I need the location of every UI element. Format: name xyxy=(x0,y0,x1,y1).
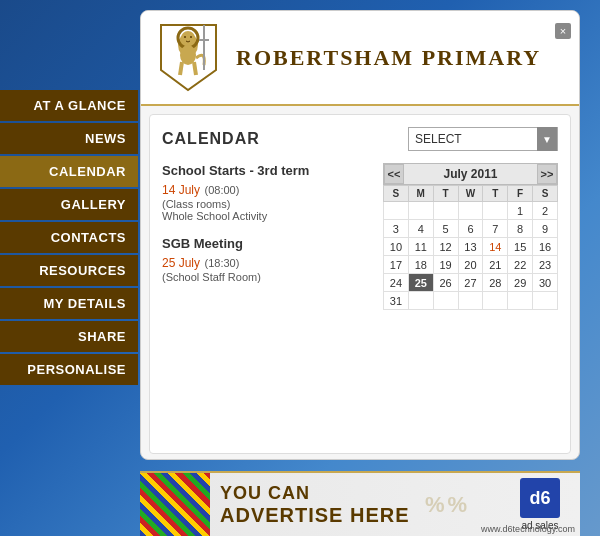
calendar-day-cell[interactable]: 18 xyxy=(408,256,433,274)
page-title-bar: CALENDAR SELECT ▼ xyxy=(162,127,558,151)
calendar-day-cell[interactable]: 15 xyxy=(508,238,533,256)
calendar-day-cell[interactable]: 30 xyxy=(533,274,558,292)
calendar-day-cell[interactable]: 27 xyxy=(458,274,483,292)
event-detail2-1: Whole School Activity xyxy=(162,210,373,222)
event-title-2: SGB Meeting xyxy=(162,236,373,251)
calendar-day-cell[interactable]: 6 xyxy=(458,220,483,238)
svg-line-6 xyxy=(180,62,182,75)
sidebar-item-contacts[interactable]: CONTACTS xyxy=(0,222,138,253)
select-dropdown[interactable]: SELECT ▼ xyxy=(408,127,558,151)
calendar-day-cell[interactable]: 17 xyxy=(384,256,409,274)
calendar-days-header: SMTWTFS xyxy=(384,186,558,202)
calendar-day-cell[interactable]: 12 xyxy=(433,238,458,256)
calendar-day-cell xyxy=(408,202,433,220)
calendar-day-cell xyxy=(483,202,508,220)
svg-point-5 xyxy=(180,45,196,65)
sidebar-item-share[interactable]: SHARE xyxy=(0,321,138,352)
calendar-day-cell[interactable]: 25 xyxy=(408,274,433,292)
sidebar-item-news[interactable]: NEWS xyxy=(0,123,138,154)
svg-line-7 xyxy=(194,62,196,75)
calendar-day-cell[interactable]: 14 xyxy=(483,238,508,256)
calendar-week-row: 10111213141516 xyxy=(384,238,558,256)
calendar-day-header: W xyxy=(458,186,483,202)
page-heading: CALENDAR xyxy=(162,130,260,148)
calendar-day-cell xyxy=(508,292,533,310)
event-date-1: 14 July (08:00) xyxy=(162,180,373,198)
calendar-day-cell xyxy=(533,292,558,310)
calendar-day-cell[interactable]: 22 xyxy=(508,256,533,274)
school-name: ROBERTSHAM PRIMARY xyxy=(236,45,541,71)
sidebar-item-gallery[interactable]: GALLERY xyxy=(0,189,138,220)
calendar-day-cell xyxy=(384,202,409,220)
calendar-day-cell[interactable]: 3 xyxy=(384,220,409,238)
calendar-day-cell[interactable]: 8 xyxy=(508,220,533,238)
calendar-body: 1234567891011121314151617181920212223242… xyxy=(384,202,558,310)
calendar-day-header: F xyxy=(508,186,533,202)
calendar-day-header: T xyxy=(483,186,508,202)
calendar-day-cell[interactable]: 31 xyxy=(384,292,409,310)
calendar-day-cell[interactable]: 10 xyxy=(384,238,409,256)
event-date-2: 25 July (18:30) xyxy=(162,253,373,271)
calendar-day-cell xyxy=(433,202,458,220)
calendar-day-header: S xyxy=(533,186,558,202)
select-arrow-icon[interactable]: ▼ xyxy=(537,127,557,151)
main-panel: ROBERTSHAM PRIMARY CALENDAR SELECT ▼ Sch… xyxy=(140,10,580,460)
event-detail1-1: (Class rooms) xyxy=(162,198,373,210)
calendar-day-cell[interactable]: 24 xyxy=(384,274,409,292)
close-button[interactable]: × xyxy=(555,23,571,39)
calendar-day-cell[interactable]: 29 xyxy=(508,274,533,292)
calendar-day-cell[interactable]: 9 xyxy=(533,220,558,238)
calendar-prev-button[interactable]: << xyxy=(384,164,404,184)
calendar-day-cell[interactable]: 16 xyxy=(533,238,558,256)
calendar-week-row: 12 xyxy=(384,202,558,220)
sidebar: AT A GLANCE NEWS CALENDAR GALLERY CONTAC… xyxy=(0,90,138,387)
svg-point-1 xyxy=(181,31,195,45)
ad-banner: YOU CAN ADVERTISE HERE %% d6 ad sales ww… xyxy=(140,471,580,536)
calendar-week-row: 24252627282930 xyxy=(384,274,558,292)
calendar-day-cell[interactable]: 7 xyxy=(483,220,508,238)
calendar-day-cell xyxy=(458,292,483,310)
event-time-2: (18:30) xyxy=(204,257,239,269)
calendar-day-cell[interactable]: 5 xyxy=(433,220,458,238)
sidebar-item-at-a-glance[interactable]: AT A GLANCE xyxy=(0,90,138,121)
calendar-day-cell[interactable]: 20 xyxy=(458,256,483,274)
calendar-day-header: T xyxy=(433,186,458,202)
calendar-table: SMTWTFS 12345678910111213141516171819202… xyxy=(383,185,558,310)
calendar-month-year: July 2011 xyxy=(404,167,537,181)
calendar-day-cell[interactable]: 4 xyxy=(408,220,433,238)
content-area: CALENDAR SELECT ▼ School Starts - 3rd te… xyxy=(149,114,571,454)
calendar-day-cell[interactable]: 1 xyxy=(508,202,533,220)
calendar-week-row: 31 xyxy=(384,292,558,310)
ad-url: www.d6technology.com xyxy=(481,524,575,534)
calendar-day-cell[interactable]: 28 xyxy=(483,274,508,292)
event-title-1: School Starts - 3rd term xyxy=(162,163,373,178)
calendar-day-cell[interactable]: 13 xyxy=(458,238,483,256)
calendar-next-button[interactable]: >> xyxy=(537,164,557,184)
svg-point-4 xyxy=(190,36,192,38)
calendar-day-cell[interactable]: 19 xyxy=(433,256,458,274)
calendar-header: << July 2011 >> xyxy=(383,163,558,185)
calendar-day-header: M xyxy=(408,186,433,202)
percent-decoration: %% xyxy=(425,492,470,518)
sidebar-item-resources[interactable]: RESOURCES xyxy=(0,255,138,286)
calendar-day-cell[interactable]: 11 xyxy=(408,238,433,256)
events-list: School Starts - 3rd term 14 July (08:00)… xyxy=(162,163,373,310)
calendar-day-cell xyxy=(483,292,508,310)
event-date-text-2: 25 July xyxy=(162,256,200,270)
school-logo xyxy=(156,20,221,95)
calendar-day-cell[interactable]: 23 xyxy=(533,256,558,274)
svg-point-3 xyxy=(184,36,186,38)
calendar-day-cell[interactable]: 21 xyxy=(483,256,508,274)
d6-logo: d6 xyxy=(520,478,560,518)
sidebar-item-calendar[interactable]: CALENDAR xyxy=(0,156,138,187)
calendar-day-cell xyxy=(433,292,458,310)
calendar-day-header: S xyxy=(384,186,409,202)
event-item-1: School Starts - 3rd term 14 July (08:00)… xyxy=(162,163,373,222)
sidebar-item-my-details[interactable]: MY DETAILS xyxy=(0,288,138,319)
sidebar-item-personalise[interactable]: PERSONALISE xyxy=(0,354,138,385)
event-detail1-2: (School Staff Room) xyxy=(162,271,373,283)
calendar-week-row: 17181920212223 xyxy=(384,256,558,274)
calendar-day-cell[interactable]: 2 xyxy=(533,202,558,220)
calendar-day-cell[interactable]: 26 xyxy=(433,274,458,292)
calendar-week-row: 3456789 xyxy=(384,220,558,238)
